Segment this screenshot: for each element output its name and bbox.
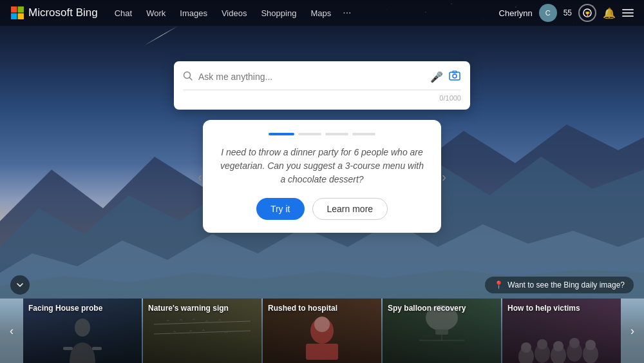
navbar: Microsoft Bing Chat Work Images Videos S…: [0, 0, 644, 26]
news-card-1[interactable]: Facing House probe: [23, 299, 142, 363]
search-box: 🎤: [183, 69, 461, 90]
daily-image-label: Want to see the Bing daily image?: [507, 280, 625, 289]
hamburger-menu-icon[interactable]: [622, 9, 634, 17]
svg-rect-12: [450, 72, 460, 80]
svg-point-34: [569, 338, 580, 348]
news-card-4[interactable]: Spy balloon recovery: [383, 299, 501, 363]
news-card-1-title: Facing House probe: [28, 304, 137, 313]
news-card-4-title: Spy balloon recovery: [388, 304, 496, 313]
svg-line-19: [154, 331, 251, 334]
svg-rect-17: [92, 347, 102, 350]
reward-badge[interactable]: 🏆: [578, 4, 596, 22]
nav-work[interactable]: Work: [140, 6, 172, 21]
char-count: 0/1000: [439, 94, 461, 102]
scroll-down-button[interactable]: [10, 275, 30, 295]
reward-count: 55: [564, 8, 572, 17]
nav-more-button[interactable]: ···: [339, 5, 355, 21]
main-content: 🎤 0/1000 ‹ › I need to throw a dinner pa…: [0, 26, 644, 233]
news-card-5-title: How to help victims: [507, 304, 616, 313]
nav-chat[interactable]: Chat: [108, 6, 138, 21]
news-card-3-title: Rushed to hospital: [268, 304, 376, 313]
svg-rect-16: [63, 347, 73, 350]
search-footer: 0/1000: [183, 94, 461, 102]
svg-rect-6: [11, 14, 17, 19]
news-card-3[interactable]: Rushed to hospital: [263, 299, 381, 363]
microsoft-logo-icon: [10, 6, 24, 20]
news-prev-arrow[interactable]: ‹: [0, 299, 23, 363]
svg-point-15: [75, 319, 90, 337]
microphone-icon[interactable]: 🎤: [430, 71, 443, 83]
learn-more-button[interactable]: Learn more: [312, 198, 388, 220]
nav-videos[interactable]: Videos: [215, 6, 254, 21]
progress-dot-1: [269, 133, 294, 135]
svg-line-11: [190, 77, 193, 80]
prompt-card: ‹ › I need to throw a dinner party for 6…: [203, 120, 441, 233]
search-input[interactable]: [198, 72, 425, 82]
prompt-text: I need to throw a dinner party for 6 peo…: [218, 146, 426, 186]
news-row: ‹ Facing House probe: [0, 299, 644, 363]
progress-dot-2: [298, 133, 321, 135]
progress-indicator: [218, 133, 426, 135]
bottom-controls: 📍 Want to see the Bing daily image?: [0, 271, 644, 299]
svg-point-32: [553, 341, 564, 351]
crowd-decoration: [502, 311, 621, 363]
daily-image-button[interactable]: 📍 Want to see the Bing daily image?: [485, 277, 634, 293]
logo[interactable]: Microsoft Bing: [10, 6, 98, 20]
stadium-person-decoration: [290, 311, 354, 360]
nav-images[interactable]: Images: [173, 6, 214, 21]
svg-point-28: [521, 342, 531, 353]
svg-line-18: [154, 321, 251, 324]
news-cards: Facing House probe: [23, 299, 621, 363]
camera-search-icon[interactable]: [448, 69, 461, 84]
news-card-5[interactable]: How to help victims: [502, 299, 621, 363]
try-it-button[interactable]: Try it: [256, 198, 305, 220]
svg-text:🏆: 🏆: [585, 11, 591, 17]
news-card-2[interactable]: Nature's warning sign: [143, 299, 261, 363]
location-icon: 📍: [494, 280, 504, 289]
svg-rect-5: [18, 6, 24, 12]
svg-rect-22: [306, 344, 338, 360]
navbar-right: Cherlynn C 55 🏆 🔔: [499, 4, 634, 22]
user-avatar[interactable]: C: [539, 4, 557, 22]
chevron-down-icon: [16, 281, 24, 289]
svg-rect-4: [11, 6, 17, 12]
svg-point-13: [453, 74, 457, 78]
nav-shopping[interactable]: Shopping: [254, 6, 303, 21]
brand-name: Microsoft Bing: [28, 6, 98, 19]
news-card-2-title: Nature's warning sign: [148, 304, 256, 313]
prompt-prev-arrow[interactable]: ‹: [198, 169, 202, 184]
news-next-arrow[interactable]: ›: [621, 299, 644, 363]
prompt-actions: Try it Learn more: [218, 198, 426, 220]
progress-dot-3: [325, 133, 348, 135]
notification-icon[interactable]: 🔔: [603, 7, 616, 19]
svg-point-30: [537, 339, 547, 349]
nav-maps[interactable]: Maps: [304, 6, 337, 21]
person-silhouette: [57, 311, 108, 363]
trophy-icon: 🏆: [583, 8, 592, 17]
search-container: 🎤 0/1000: [174, 61, 470, 110]
search-icon: [183, 71, 193, 83]
user-name: Cherlynn: [499, 8, 533, 18]
svg-point-36: [585, 340, 596, 350]
svg-rect-24: [435, 329, 448, 335]
svg-rect-7: [18, 14, 24, 19]
nav-links: Chat Work Images Videos Shopping Maps ··…: [108, 5, 494, 21]
progress-dot-4: [352, 133, 375, 135]
prompt-next-arrow[interactable]: ›: [442, 169, 446, 184]
bottom-section: 📍 Want to see the Bing daily image? ‹ Fa…: [0, 271, 644, 363]
svg-point-21: [314, 317, 330, 332]
